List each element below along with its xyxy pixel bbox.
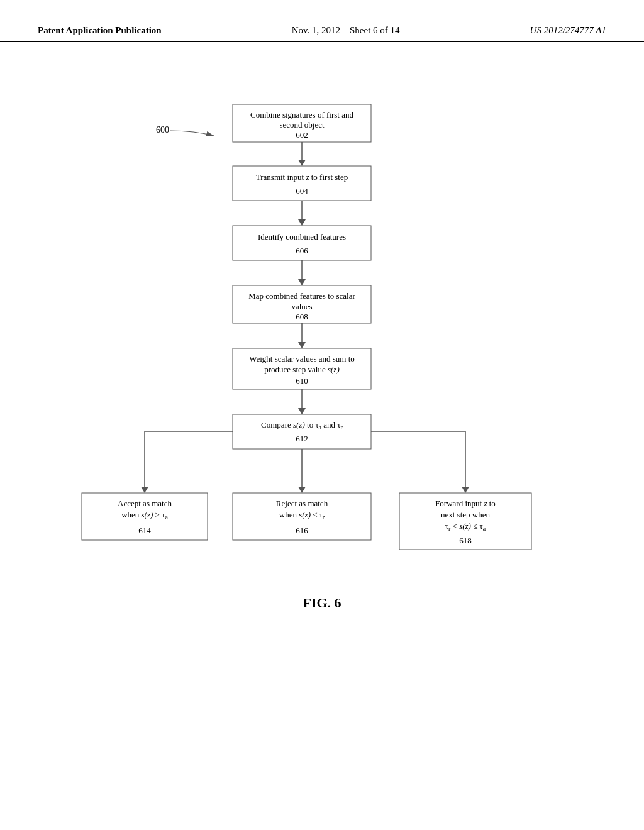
svg-text:612: 612 [296, 434, 308, 443]
box-612-text: Compare s(z) to τa and τr [261, 420, 343, 431]
box-614-text: Accept as match [118, 499, 172, 508]
box-608-text: Map combined features to scalar [248, 291, 355, 301]
svg-text:second object: second object [279, 120, 325, 130]
box-618-text: Forward input z to [435, 499, 496, 508]
svg-text:when s(z) ≤ τr: when s(z) ≤ τr [279, 510, 325, 521]
svg-text:610: 610 [296, 376, 308, 385]
arrowhead-612-616 [298, 487, 306, 493]
page-header: Patent Application Publication Nov. 1, 2… [0, 0, 644, 42]
arrowhead-606-608 [298, 279, 306, 285]
publication-date: Nov. 1, 2012 [292, 25, 340, 35]
fig-label: FIG. 6 [303, 595, 341, 611]
box-606-text: Identify combined features [258, 232, 346, 241]
svg-text:produce step value s(z): produce step value s(z) [264, 365, 340, 374]
arrowhead-612-618 [462, 487, 469, 493]
box-610-text: Weight scalar values and sum to [249, 354, 355, 363]
svg-text:606: 606 [296, 246, 308, 255]
svg-text:τr < s(z) ≤ τa: τr < s(z) ≤ τa [445, 521, 486, 532]
svg-text:next step when: next step when [441, 510, 490, 519]
svg-text:616: 616 [296, 526, 308, 535]
box-602-text: Combine signatures of first and [250, 110, 353, 119]
arrowhead-612-614 [141, 487, 148, 493]
svg-text:618: 618 [459, 536, 472, 545]
patent-number: US 2012/274777 A1 [530, 25, 606, 36]
label-600: 600 [156, 125, 169, 135]
svg-text:614: 614 [138, 526, 151, 535]
flowchart-svg: Combine signatures of first and second o… [0, 60, 644, 771]
box-604-text: Transmit input z to first step [256, 172, 348, 182]
sheet-info: Sheet 6 of 14 [350, 25, 400, 35]
box-616-text: Reject as match [276, 499, 328, 508]
arrowhead-608-610 [298, 342, 306, 348]
svg-text:when s(z) > τa: when s(z) > τa [121, 510, 168, 521]
svg-text:608: 608 [296, 312, 308, 321]
arrowhead-602-604 [298, 160, 306, 166]
diagram-area: Combine signatures of first and second o… [0, 60, 644, 773]
svg-text:604: 604 [296, 186, 308, 196]
publication-title: Patent Application Publication [38, 25, 162, 36]
svg-text:602: 602 [296, 130, 308, 140]
label-600-arrow [170, 131, 214, 136]
svg-text:values: values [291, 302, 312, 311]
arrowhead-610-612 [298, 408, 306, 414]
arrowhead-604-606 [298, 219, 306, 226]
header-date-sheet: Nov. 1, 2012 Sheet 6 of 14 [292, 25, 400, 36]
